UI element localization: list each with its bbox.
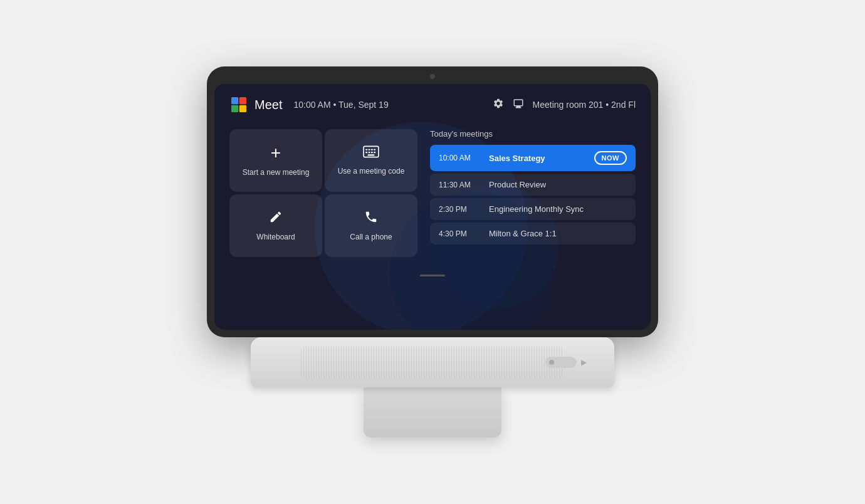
camera <box>430 74 435 79</box>
device-frame: Meet 10:00 AM • Tue, Sept 19 Meeting roo… <box>207 66 658 337</box>
meeting-item-2[interactable]: 11:30 AM Product Review <box>430 174 636 196</box>
svg-rect-13 <box>368 155 375 156</box>
start-new-meeting-button[interactable]: + Start a new meeting <box>229 129 322 192</box>
phone-icon <box>364 210 378 226</box>
header: Meet 10:00 AM • Tue, Sept 19 Meeting roo… <box>214 84 651 123</box>
screen-bottom-indicator <box>214 270 651 279</box>
screen: Meet 10:00 AM • Tue, Sept 19 Meeting roo… <box>214 84 651 330</box>
meetings-section-title: Today's meetings <box>430 129 636 139</box>
meeting-time-1: 10:00 AM <box>439 154 479 162</box>
meeting-time-4: 4:30 PM <box>439 229 479 238</box>
meeting-time-2: 11:30 AM <box>439 181 479 189</box>
meeting-item-3[interactable]: 2:30 PM Engineering Monthly Sync <box>430 198 636 220</box>
whiteboard-button[interactable]: Whiteboard <box>229 194 322 257</box>
svg-rect-5 <box>365 149 367 150</box>
svg-rect-3 <box>239 105 246 112</box>
start-meeting-label: Start a new meeting <box>243 168 310 177</box>
header-controls: Meeting room 201 • 2nd Fl <box>493 98 636 112</box>
meeting-name-4: Milton & Grace 1:1 <box>489 229 627 238</box>
svg-rect-2 <box>231 105 238 112</box>
use-meeting-code-button[interactable]: Use a meeting code <box>325 129 417 192</box>
svg-rect-11 <box>371 152 373 153</box>
speaker-grill <box>301 347 564 378</box>
meeting-name-1: Sales Strategy <box>489 154 584 163</box>
speaker-button-dot <box>549 360 554 365</box>
app-title: Meet <box>254 98 282 112</box>
whiteboard-label: Whiteboard <box>256 233 295 241</box>
meeting-item-4[interactable]: 4:30 PM Milton & Grace 1:1 <box>430 223 636 244</box>
device-wrapper: Meet 10:00 AM • Tue, Sept 19 Meeting roo… <box>207 66 658 438</box>
room-name: Meeting room 201 • 2nd Fl <box>533 100 636 110</box>
actions-grid: + Start a new meeting <box>229 129 417 257</box>
keyboard-icon <box>363 145 379 160</box>
datetime-display: 10:00 AM • Tue, Sept 19 <box>293 100 388 110</box>
svg-rect-10 <box>369 152 370 153</box>
indicator-line <box>420 275 445 276</box>
now-badge: NOW <box>594 151 627 165</box>
call-phone-label: Call a phone <box>350 233 392 241</box>
settings-icon[interactable] <box>493 98 504 112</box>
svg-rect-8 <box>374 149 375 150</box>
svg-rect-6 <box>369 149 370 150</box>
google-meet-logo-icon <box>229 95 248 114</box>
meeting-name-3: Engineering Monthly Sync <box>489 204 627 214</box>
meeting-item-1[interactable]: 10:00 AM Sales Strategy NOW <box>430 145 636 171</box>
display-icon[interactable] <box>513 98 524 112</box>
call-phone-button[interactable]: Call a phone <box>325 194 417 257</box>
svg-rect-9 <box>365 152 367 153</box>
meeting-name-2: Product Review <box>489 180 627 189</box>
device-stand <box>364 387 501 438</box>
speaker-base: ▶ <box>251 337 614 387</box>
svg-rect-12 <box>374 152 375 153</box>
plus-icon: + <box>271 144 281 162</box>
speaker-button[interactable] <box>545 357 577 368</box>
meeting-code-label: Use a meeting code <box>338 167 405 176</box>
pencil-icon <box>269 210 283 226</box>
meeting-time-3: 2:30 PM <box>439 205 479 214</box>
svg-rect-1 <box>239 97 246 104</box>
meetings-panel: Today's meetings 10:00 AM Sales Strategy… <box>430 129 636 257</box>
svg-rect-0 <box>231 97 238 104</box>
svg-rect-7 <box>371 149 373 150</box>
speaker-arrow-icon: ▶ <box>581 358 587 367</box>
main-content: + Start a new meeting <box>214 123 651 270</box>
